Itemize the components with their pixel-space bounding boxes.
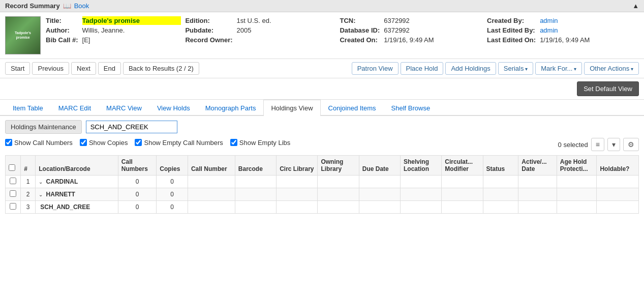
- row-checkbox[interactable]: [10, 203, 16, 210]
- other-actions-button[interactable]: Other Actions: [584, 62, 639, 75]
- row-active-date: [518, 201, 557, 214]
- row-location[interactable]: ⌄ CARDINAL: [36, 176, 118, 188]
- row-status: [483, 176, 518, 188]
- add-holdings-button[interactable]: Add Holdings: [445, 62, 496, 75]
- row-owning-library: [318, 188, 359, 201]
- tab-view-holds[interactable]: View Holds: [149, 100, 198, 116]
- tab-item-table[interactable]: Item Table: [5, 100, 51, 116]
- row-location[interactable]: ⌄ HARNETT: [36, 188, 118, 201]
- org-name: CARDINAL: [46, 178, 78, 185]
- last-edited-by-value[interactable]: admin: [540, 26, 639, 35]
- row-num: 1: [21, 176, 36, 188]
- database-id-label: Database ID:: [340, 26, 380, 35]
- header-checkbox: [6, 156, 21, 176]
- record-owner-label: Record Owner:: [185, 36, 232, 44]
- tcn-label: TCN:: [340, 16, 380, 25]
- row-copies: 0: [157, 176, 188, 188]
- row-checkbox-cell[interactable]: [6, 188, 21, 201]
- row-checkbox-cell[interactable]: [6, 201, 21, 214]
- tab-conjoined-items[interactable]: Conjoined Items: [321, 100, 384, 116]
- holdings-maintenance-row: Holdings Maintenance: [5, 120, 639, 134]
- show-empty-libs-checkbox[interactable]: Show Empty Libs: [230, 139, 290, 147]
- row-active-date: [518, 188, 557, 201]
- tab-shelf-browse[interactable]: Shelf Browse: [384, 100, 438, 116]
- row-call-numbers: 0: [118, 201, 157, 214]
- start-button[interactable]: Start: [5, 62, 30, 75]
- tab-marc-edit[interactable]: MARC Edit: [51, 100, 99, 116]
- show-call-numbers-checkbox[interactable]: Show Call Numbers: [5, 139, 73, 147]
- header-num: #: [21, 156, 36, 176]
- row-barcode: [235, 188, 276, 201]
- tab-marc-view[interactable]: MARC View: [99, 100, 149, 116]
- row-location[interactable]: SCH_AND_CREE: [36, 201, 118, 214]
- row-owning-library: [318, 201, 359, 214]
- back-to-results-button[interactable]: Back to Results (2 / 2): [123, 62, 199, 75]
- record-summary-bar: Record Summary 📖 Book ▲: [0, 0, 644, 12]
- row-checkbox[interactable]: [10, 190, 16, 197]
- last-edited-by-label: Last Edited By:: [487, 26, 536, 35]
- select-all-checkbox[interactable]: [9, 164, 15, 171]
- row-checkbox[interactable]: [10, 178, 16, 184]
- list-action-button[interactable]: ≡: [591, 138, 604, 151]
- row-holdable: [597, 201, 639, 214]
- row-age-hold: [557, 176, 597, 188]
- expand-button[interactable]: ▾: [607, 138, 620, 151]
- row-status: [483, 201, 518, 214]
- place-hold-button[interactable]: Place Hold: [401, 62, 444, 75]
- org-name: HARNETT: [46, 191, 75, 198]
- header-location: Location/Barcode: [36, 156, 118, 176]
- selected-count: 0 selected: [558, 141, 588, 149]
- table-header-row: # Location/Barcode Call Numbers Copies C…: [6, 156, 639, 176]
- show-empty-call-numbers-checkbox[interactable]: Show Empty Call Numbers: [135, 139, 223, 147]
- row-age-hold: [557, 188, 597, 201]
- header-call-numbers: Call Numbers: [118, 156, 157, 176]
- tab-monograph-parts[interactable]: Monograph Parts: [198, 100, 264, 116]
- row-barcode: [235, 176, 276, 188]
- patron-view-button[interactable]: Patron View: [352, 62, 398, 75]
- mark-for-button[interactable]: Mark For...: [535, 62, 582, 75]
- org-name: SCH_AND_CREE: [40, 203, 90, 211]
- set-default-view-button[interactable]: Set Default View: [577, 81, 639, 96]
- pubdate-value: 2005: [237, 26, 336, 35]
- edition-label: Edition:: [185, 16, 232, 25]
- tab-holdings-view[interactable]: Holdings View: [263, 100, 320, 116]
- toolbar: Start Previous Next End Back to Results …: [0, 59, 644, 78]
- next-button[interactable]: Next: [71, 62, 96, 75]
- collapse-icon[interactable]: ▲: [632, 2, 639, 10]
- tabs-bar: Item Table MARC Edit MARC View View Hold…: [0, 100, 644, 116]
- row-num: 2: [21, 188, 36, 201]
- row-shelving-location: [401, 201, 442, 214]
- pubdate-label: Pubdate:: [185, 26, 232, 35]
- header-age-hold: Age HoldProtecti...: [557, 156, 597, 176]
- row-age-hold: [557, 201, 597, 214]
- bib-call-label: Bib Call #:: [46, 36, 78, 44]
- record-summary-label: Record Summary: [5, 2, 60, 10]
- serials-button[interactable]: Serials: [498, 62, 534, 75]
- end-button[interactable]: End: [98, 62, 121, 75]
- holdings-table: # Location/Barcode Call Numbers Copies C…: [5, 155, 639, 214]
- row-status: [483, 188, 518, 201]
- row-owning-library: [318, 176, 359, 188]
- row-holdable: [597, 188, 639, 201]
- row-call-number: [188, 201, 235, 214]
- row-due-date: [359, 176, 400, 188]
- created-by-value[interactable]: admin: [540, 16, 639, 25]
- previous-button[interactable]: Previous: [32, 62, 69, 75]
- row-checkbox-cell[interactable]: [6, 176, 21, 188]
- author-value: Willis, Jeanne.: [82, 26, 181, 35]
- row-call-number: [188, 188, 235, 201]
- settings-button[interactable]: ⚙: [623, 138, 639, 151]
- holdings-filter-input[interactable]: [86, 121, 177, 133]
- actions-right: 0 selected ≡ ▾ ⚙: [558, 138, 639, 151]
- show-copies-checkbox[interactable]: Show Copies: [80, 139, 128, 147]
- set-default-area: Set Default View: [0, 78, 644, 100]
- title-value: Tadpole's promise: [82, 16, 181, 25]
- title-label: Title:: [46, 16, 78, 25]
- last-edited-on-label: Last Edited On:: [487, 36, 536, 44]
- edition-value: 1st U.S. ed.: [237, 16, 336, 25]
- expand-arrow-icon[interactable]: ⌄: [39, 192, 43, 197]
- row-barcode: [235, 201, 276, 214]
- bib-call-value: [E]: [82, 36, 181, 44]
- header-copies: Copies: [157, 156, 188, 176]
- expand-arrow-icon[interactable]: ⌄: [39, 179, 43, 185]
